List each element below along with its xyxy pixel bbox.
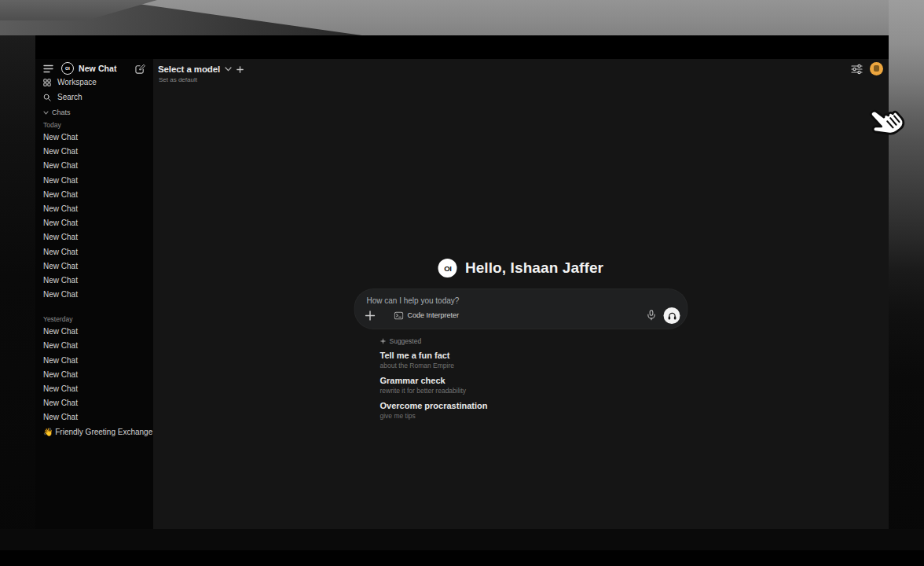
chat-list-item[interactable]: New Chat — [35, 325, 153, 339]
chat-list-item[interactable]: New Chat — [35, 130, 153, 145]
chat-list-item[interactable]: New Chat — [35, 145, 153, 159]
suggested-prompt-title: Overcome procrastination — [380, 400, 688, 411]
greeting-row: OI Hello, Ishaan Jaffer — [354, 258, 688, 278]
suggested-prompt[interactable]: Grammar check rewrite it for better read… — [380, 375, 688, 395]
app-window: OI New Chat Workspace Search — [35, 35, 889, 529]
chat-list-item[interactable]: New Chat — [35, 159, 153, 173]
greeting-text: Hello, Ishaan Jaffer — [465, 259, 603, 277]
sidebar-item-workspace[interactable]: Workspace — [35, 75, 153, 90]
suggested-prompt[interactable]: Tell me a fun fact about the Roman Empir… — [380, 350, 688, 370]
sidebar-item-search[interactable]: Search — [35, 90, 153, 105]
chat-list-item[interactable]: New Chat — [35, 288, 153, 302]
chat-list-item[interactable]: New Chat — [35, 339, 153, 353]
chat-list-item[interactable]: New Chat — [35, 230, 153, 244]
suggested-prompt-title: Tell me a fun fact — [380, 350, 688, 361]
search-icon — [43, 94, 51, 101]
chat-list-item[interactable]: New Chat — [35, 188, 153, 202]
code-interpreter-label: Code Interpreter — [408, 311, 460, 319]
controls-sliders-icon[interactable] — [851, 64, 863, 75]
chat-group-label-yesterday: Yesterday — [35, 313, 153, 325]
attach-plus-icon[interactable] — [365, 311, 376, 321]
chat-list-item[interactable]: New Chat — [35, 216, 153, 230]
chat-composer[interactable]: How can I help you today? Code Interpret… — [354, 289, 688, 329]
set-as-default-button[interactable]: Set as default — [159, 76, 197, 83]
suggested-prompt-subtitle: about the Roman Empire — [380, 362, 688, 370]
new-chat-icon[interactable] — [135, 64, 145, 74]
suggested-prompts: Suggested Tell me a fun fact about the R… — [354, 336, 688, 421]
model-selector-label[interactable]: Select a model — [158, 64, 220, 74]
chat-list-item[interactable]: New Chat — [35, 174, 153, 188]
desktop-background: OI New Chat Workspace Search — [0, 0, 924, 566]
chat-list-item[interactable]: New Chat — [35, 259, 153, 274]
composer-toolbar: Code Interpreter — [365, 307, 680, 324]
chats-label: Chats — [52, 108, 71, 116]
chat-input[interactable]: How can I help you today? — [367, 296, 460, 305]
openwebui-logo-icon: OI — [438, 259, 457, 277]
model-selector[interactable]: Select a model — [158, 62, 244, 76]
sidebar-title: New Chat — [79, 64, 135, 73]
chat-list-item[interactable]: New Chat — [35, 410, 153, 424]
spark-icon — [380, 338, 387, 344]
chevron-down-icon — [43, 111, 49, 115]
wallpaper-left-band — [0, 35, 35, 566]
chat-list-item[interactable]: New Chat — [35, 396, 153, 410]
suggested-label: Suggested — [390, 337, 422, 345]
suggested-list: Tell me a fun fact about the Roman Empir… — [380, 350, 688, 421]
wallpaper-right-band — [889, 0, 924, 566]
suggested-header: Suggested — [380, 336, 688, 345]
wallpaper-bottom-band — [0, 529, 924, 550]
chat-list-item[interactable]: New Chat — [35, 245, 153, 259]
chat-list: Today New ChatNew ChatNew ChatNew ChatNe… — [35, 119, 153, 439]
code-interpreter-toggle[interactable]: Code Interpreter — [394, 311, 460, 320]
sidebar: OI New Chat Workspace Search — [35, 59, 153, 529]
chat-group-yesterday: New ChatNew ChatNew ChatNew ChatNew Chat… — [35, 325, 153, 424]
welcome-panel: OI Hello, Ishaan Jaffer How can I help y… — [354, 258, 688, 421]
workspace-label: Workspace — [57, 78, 97, 86]
terminal-icon — [394, 311, 404, 320]
chat-list-item-named[interactable]: 👋 Friendly Greeting Exchange — [35, 425, 153, 439]
add-model-icon[interactable] — [236, 66, 244, 73]
voice-call-button[interactable] — [664, 307, 680, 324]
suggested-prompt-title: Grammar check — [380, 375, 688, 386]
wallpaper-top-band — [0, 0, 924, 35]
search-label: Search — [57, 93, 82, 101]
chat-list-item[interactable]: New Chat — [35, 368, 153, 382]
chat-list-item[interactable]: New Chat — [35, 382, 153, 396]
chat-list-item[interactable]: New Chat — [35, 274, 153, 288]
user-avatar[interactable] — [870, 62, 883, 75]
chat-group-label-today: Today — [35, 119, 153, 130]
headphones-icon — [667, 311, 676, 320]
openwebui-logo-icon: OI — [61, 62, 74, 75]
chat-list-item[interactable]: New Chat — [35, 202, 153, 216]
suggested-prompt-subtitle: give me tips — [380, 412, 688, 421]
workspace-grid-icon — [43, 79, 51, 86]
bottom-black-bar — [0, 550, 924, 566]
microphone-icon[interactable] — [647, 310, 656, 321]
sidebar-toggle-icon[interactable] — [43, 64, 53, 73]
suggested-prompt-subtitle: rewrite it for better readability — [380, 387, 688, 395]
main-area: Select a model Set as default OI Hello — [153, 59, 889, 529]
chat-list-item[interactable]: New Chat — [35, 354, 153, 368]
chats-section-header[interactable]: Chats — [35, 106, 153, 119]
header-right-controls — [851, 62, 883, 75]
chat-group-today: New ChatNew ChatNew ChatNew ChatNew Chat… — [35, 130, 153, 302]
chevron-down-icon — [225, 67, 232, 72]
suggested-prompt[interactable]: Overcome procrastination give me tips — [380, 400, 688, 421]
